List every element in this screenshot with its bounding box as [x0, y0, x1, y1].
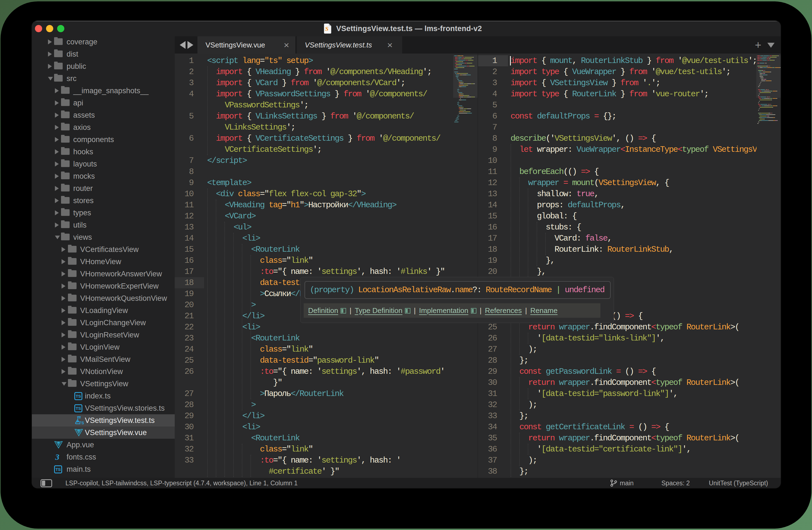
svg-text:3: 3: [55, 453, 59, 461]
svg-text:TS: TS: [79, 420, 84, 425]
svg-text:S: S: [325, 25, 328, 32]
